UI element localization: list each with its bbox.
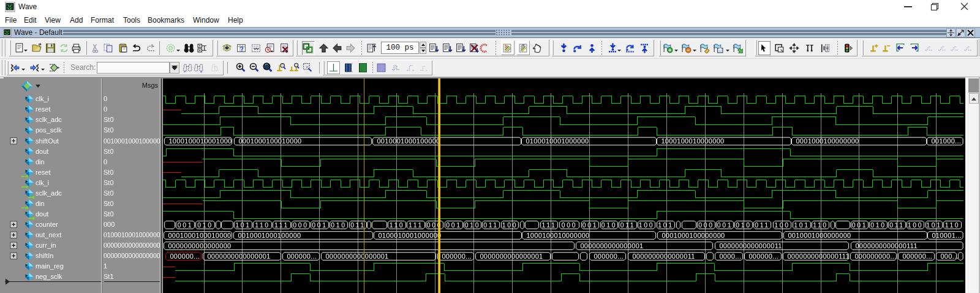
svg-text:0000000000000111: 0000000000000111 <box>787 253 850 260</box>
svg-text:010: 010 <box>601 221 617 229</box>
svg-text:000000...: 000000... <box>594 253 624 260</box>
svg-text:1000100010001000: 1000100010001000 <box>168 137 232 145</box>
svg-text:din: din <box>36 158 45 166</box>
svg-text:010: 010 <box>736 221 751 229</box>
svg-text:St0: St0 <box>104 126 114 134</box>
svg-text:0000000000000011: 0000000000000011 <box>632 253 695 260</box>
svg-text:0000000000000001: 0000000000000001 <box>580 242 643 249</box>
svg-text:0: 0 <box>104 105 107 113</box>
svg-text:001: 001 <box>582 221 598 229</box>
svg-text:sclk_adc: sclk_adc <box>36 116 62 123</box>
svg-text:St0: St0 <box>104 148 114 155</box>
svg-text:0100010001000000: 0100010001000000 <box>378 232 441 239</box>
svg-text:shiftIn: shiftIn <box>36 252 53 259</box>
svg-text:out_next: out_next <box>36 231 61 238</box>
svg-text:counter: counter <box>36 221 58 228</box>
svg-text:0000000000000000: 0000000000000000 <box>104 242 160 249</box>
svg-text:000: 000 <box>293 221 308 229</box>
svg-text:111: 111 <box>542 221 557 229</box>
svg-text:curr_in: curr_in <box>36 242 56 249</box>
svg-text:St0: St0 <box>104 169 114 176</box>
svg-text:110: 110 <box>255 221 270 229</box>
svg-text:0000000000000000: 0000000000000000 <box>104 253 160 259</box>
svg-text:clk_i: clk_i <box>36 95 49 102</box>
svg-text:0001000100000000: 0001000100000000 <box>662 232 725 239</box>
svg-text:011: 011 <box>889 221 905 229</box>
svg-text:dout: dout <box>36 210 48 218</box>
svg-text:St0: St0 <box>104 200 114 207</box>
svg-text:0000000000000000: 0000000000000000 <box>168 242 231 249</box>
svg-text:010: 010 <box>197 221 213 229</box>
svg-text:0000000000000001: 0000000000000001 <box>325 253 388 260</box>
svg-text:110: 110 <box>945 221 960 229</box>
svg-text:0001000100010000: 0001000100010000 <box>238 137 301 145</box>
svg-text:111: 111 <box>274 221 289 229</box>
svg-text:reset: reset <box>36 105 50 113</box>
svg-text:000: 000 <box>698 221 714 229</box>
svg-text:1000100010000000: 1000100010000000 <box>661 137 724 145</box>
svg-text:0100010001000000: 0100010001000000 <box>526 137 589 145</box>
svg-text:0000...: 0000... <box>719 253 741 260</box>
svg-text:0: 0 <box>104 158 107 166</box>
svg-text:010: 010 <box>331 221 346 229</box>
svg-text:101: 101 <box>926 221 941 229</box>
svg-text:1: 1 <box>104 262 107 270</box>
svg-text:101: 101 <box>658 221 673 229</box>
svg-text:000: 000 <box>104 221 115 228</box>
svg-text:0100010001000000: 0100010001000000 <box>104 232 160 238</box>
svg-text:010001...: 010001... <box>932 232 962 239</box>
svg-text:101: 101 <box>794 221 809 229</box>
svg-text:0010001000100000: 0010001000100000 <box>104 138 160 145</box>
svg-text:000000...: 000000... <box>442 253 472 260</box>
svg-text:clk_i: clk_i <box>36 179 49 186</box>
svg-text:1000100010000000: 1000100010000000 <box>526 232 589 239</box>
svg-text:St0: St0 <box>104 210 114 218</box>
svg-text:110: 110 <box>813 221 828 229</box>
svg-text:0000000000000011: 0000000000000011 <box>719 242 782 249</box>
svg-text:101: 101 <box>235 221 251 229</box>
svg-text:0010001000100000: 0010001000100000 <box>377 137 440 145</box>
svg-text:0000000000000001: 0000000000000001 <box>207 253 270 260</box>
svg-text:?: ? <box>239 45 243 53</box>
svg-text:100: 100 <box>502 221 518 229</box>
svg-text:001: 001 <box>717 221 733 229</box>
svg-text:100: 100 <box>639 221 654 229</box>
svg-text:din: din <box>36 200 45 207</box>
svg-text:010: 010 <box>465 221 480 229</box>
svg-text:100: 100 <box>908 221 923 229</box>
svg-text:St0: St0 <box>104 189 114 197</box>
svg-text:pos_sclk: pos_sclk <box>36 126 62 134</box>
svg-text:111: 111 <box>409 221 423 229</box>
svg-text:000000...: 000000... <box>170 253 200 260</box>
svg-text:St0: St0 <box>104 116 114 123</box>
svg-text:001000...: 001000... <box>931 137 961 145</box>
svg-text:011: 011 <box>483 221 499 229</box>
svg-text:010: 010 <box>870 221 886 229</box>
svg-text:000000000...: 000000000... <box>854 253 896 260</box>
svg-text:001: 001 <box>312 221 327 229</box>
svg-text:sclk_adc: sclk_adc <box>36 189 62 197</box>
svg-text:011: 011 <box>755 221 770 229</box>
svg-text:main_reg: main_reg <box>36 262 64 270</box>
svg-text:St1: St1 <box>104 273 114 280</box>
svg-text:St0: St0 <box>104 179 114 186</box>
svg-text:100: 100 <box>774 221 790 229</box>
svg-text:000000...: 000000... <box>287 253 317 260</box>
svg-text:001: 001 <box>852 221 867 229</box>
svg-text:neg_sclk: neg_sclk <box>36 273 62 280</box>
svg-text:0001000100000000: 0001000100000000 <box>796 137 859 145</box>
svg-text:000000...: 000000... <box>748 253 778 260</box>
svg-text:0000000000000111: 0000000000000111 <box>855 242 918 249</box>
svg-text:shiftOut: shiftOut <box>36 137 59 145</box>
svg-text:001: 001 <box>178 221 193 229</box>
svg-text:000: 000 <box>562 221 577 229</box>
svg-text:000...: 000... <box>940 253 959 260</box>
svg-text:011: 011 <box>620 221 636 229</box>
svg-text:0: 0 <box>104 95 107 102</box>
svg-text:0010001000100000: 0010001000100000 <box>238 232 301 239</box>
svg-text:011: 011 <box>350 221 366 229</box>
svg-text:0000000000000001: 0000000000000001 <box>480 253 543 260</box>
svg-text:000000...: 000000... <box>902 253 932 260</box>
svg-text:110: 110 <box>390 221 405 229</box>
svg-text:dout: dout <box>36 148 48 155</box>
